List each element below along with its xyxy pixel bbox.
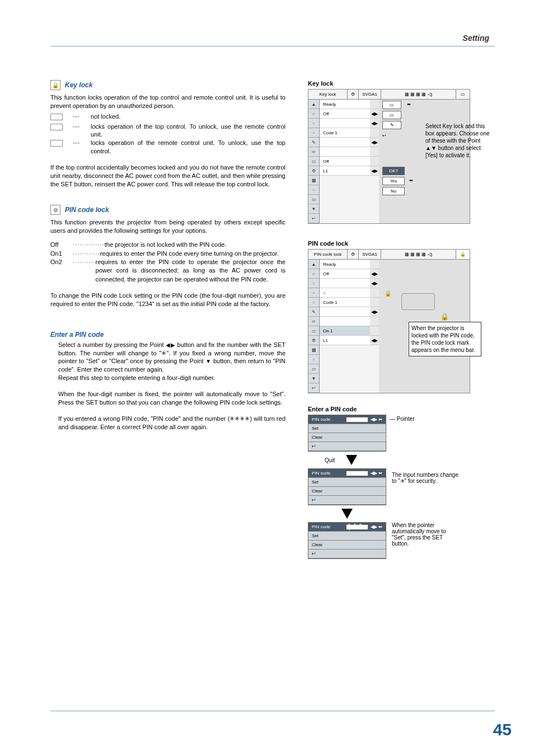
arrow-lr-icon: ◀▶ (370, 336, 379, 345)
arrow-lr-icon: ◀▶ (370, 109, 379, 119)
pin-value: 1 (346, 417, 368, 422)
set-row: Set (308, 478, 386, 487)
pin-value: ✳ ✳ ✳ ✳ (346, 524, 368, 530)
dots: ···· (73, 123, 91, 139)
menu-row (320, 317, 370, 326)
pin-value: ✳ 2 (346, 471, 368, 476)
menu-icon: ⚙ (348, 250, 359, 259)
pincode-icon: ⚙ (50, 205, 60, 215)
keylock-row3: locks operation of the remote control un… (91, 139, 285, 156)
enterpin-title: Enter a PIN code (50, 331, 285, 339)
fig1-ok: OK? (382, 167, 405, 175)
triangle-right-icon: ▶ (171, 342, 175, 348)
menu-row: Off (320, 157, 370, 166)
pin-entry-box: PIN code✳ 2◀▶ ⬅ Set Clear ↩ (308, 468, 386, 505)
menu-row (320, 119, 370, 128)
fig2-menu-title: PIN code lock (308, 250, 348, 259)
fig2-callout: When the projector is locked with the PI… (409, 322, 481, 356)
scroll-up-icon: ▲ (308, 100, 319, 109)
pin-on1-label: On1 (50, 250, 73, 258)
quit-row: ↩ (308, 442, 386, 451)
set-row: Set (308, 424, 386, 433)
pin-entry-box: PIN code✳ ✳ ✳ ✳◀▶ ⬅ Set Clear ↩ (308, 522, 386, 559)
keylock-icon-top (50, 123, 73, 139)
fig1-svga: SVGA1 (359, 90, 381, 99)
pincode-title: PIN code lock (65, 206, 109, 214)
quit-row: ↩ (308, 496, 386, 505)
dots: ···· (73, 139, 91, 156)
fig1-yes: Yes (382, 177, 405, 185)
fig1-menu-title: Key lock (308, 90, 348, 99)
header-rule (50, 46, 495, 46)
pin-on1-text: requires to enter the PIN code every tim… (100, 250, 285, 258)
menu-icons: ▦ ▦ ▦ ▦ ◁) (381, 90, 456, 99)
keylock-row1: not locked. (91, 112, 285, 123)
arrow-lr-icon: ◀▶ (370, 119, 379, 128)
fig2-title: PIN code lock (308, 240, 493, 247)
scroll-down-icon: ▼ (308, 374, 319, 383)
dots: ·········· (73, 258, 96, 284)
menu-row (320, 147, 370, 157)
pin-entry-box: PIN code1◀▶ ⬅ Set Clear ↩ (308, 415, 386, 452)
enterpin-block: Select a number by pressing the Point ◀▶… (50, 341, 285, 431)
menu-row: Off (320, 269, 370, 279)
pin-label: PIN code (312, 471, 330, 476)
arrow-down-icon (346, 455, 357, 465)
pin-off-label: Off (50, 241, 73, 249)
arrow-lr-icon: ◀▶ (370, 138, 379, 147)
dots: ···· (73, 112, 91, 123)
arrow-lr-icon: ◀▶ (370, 307, 379, 317)
keylock-icon: 🔒 (50, 80, 60, 90)
fig1-title: Key lock (308, 80, 493, 87)
arrow-lr-icon: ◀▶ (370, 279, 379, 288)
menu-row: ○ (320, 288, 370, 298)
fig3-callout1: The input numbers change to "✳" for secu… (392, 468, 459, 484)
dots: ·············· (73, 241, 105, 249)
page-header-title: Setting (50, 34, 495, 46)
clear-row: Clear (308, 541, 386, 550)
menu-row: On 1 (320, 326, 370, 336)
clear-row: Clear (308, 487, 386, 496)
menu-row (320, 138, 370, 147)
menu-row: Code 1 (320, 128, 370, 138)
quit-row: ↩ (308, 550, 386, 558)
enterpin-p2: Repeat this step to complete entering a … (58, 374, 215, 381)
keylock-row2: locks operation of the top control. To u… (91, 123, 285, 139)
keylock-title: Key lock (65, 81, 92, 89)
fig3-box: PIN code1◀▶ ⬅ Set Clear ↩ — Pointer Quit… (308, 415, 493, 559)
fig1-callout: Select Key lock and this box appears. Ch… (425, 123, 493, 159)
menu-row: Ready (320, 100, 370, 109)
menu-row: Code 1 (320, 298, 370, 307)
menu-row: L1 (320, 166, 370, 176)
fig3-callout2: When the pointer automatically move to "… (392, 522, 459, 547)
right-column: Key lock Key lock ⚙ SVGA1 ▦ ▦ ▦ ▦ ◁) ▭ ▲… (308, 80, 493, 559)
fig3-title: Enter a PIN code (308, 406, 493, 412)
enterpin-p1a: Select a number by pressing the Point (58, 341, 166, 348)
pincode-para2: To change the PIN code Lock setting or t… (50, 292, 285, 308)
pointer-label: Pointer (397, 416, 415, 422)
menu-row: Ready (320, 260, 370, 269)
fig2-svga: SVGA1 (359, 250, 381, 259)
quit-label: Quit (325, 457, 335, 463)
pin-on2-text: requires to enter the PIN code to operat… (96, 258, 285, 284)
footer-rule (50, 711, 495, 711)
arrow-down-icon (341, 509, 353, 519)
pin-label: PIN code (312, 417, 330, 422)
triangle-down-icon: ▼ (205, 358, 211, 364)
enterpin-p3: When the four-digit number is fixed, the… (58, 390, 285, 407)
menu-icons: ▦ ▦ ▦ ▦ ◁) (381, 250, 456, 259)
menu-row: L1 (320, 336, 370, 345)
page-number: 45 (493, 720, 512, 739)
keylock-icon-unlocked (50, 112, 73, 123)
menu-row (320, 307, 370, 317)
scroll-down-icon: ▼ (308, 204, 319, 214)
fig1-box: Key lock ⚙ SVGA1 ▦ ▦ ▦ ▦ ◁) ▭ ▲ ○▫▫✎ ⇨▭⚙… (308, 89, 493, 218)
enterpin-p4: If you entered a wrong PIN code, "PIN co… (58, 415, 285, 431)
fig1-no: No (382, 187, 405, 195)
lock-mark-icon: 🔒 (456, 250, 470, 259)
menu-row: Off (320, 109, 370, 119)
set-row: Set (308, 532, 386, 541)
keylock-intro: This function locks operation of the top… (50, 93, 285, 110)
fig2-box: PIN code lock ⚙ SVGA1 ▦ ▦ ▦ ▦ ◁) 🔒 ▲ ○▫▫… (308, 249, 493, 378)
menu-icon: ⚙ (348, 90, 359, 99)
